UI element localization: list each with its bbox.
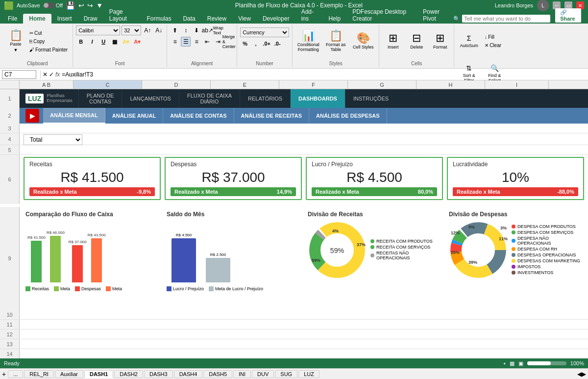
expand-formula-icon[interactable]: ✕ xyxy=(43,71,48,78)
tab-page-layout[interactable]: Page Layout xyxy=(103,7,141,24)
comma-button[interactable]: , xyxy=(251,39,261,49)
paste-button[interactable]: 📋 Paste ▼ xyxy=(5,25,26,57)
sheet-tab-dash4[interactable]: DASH4 xyxy=(174,370,203,378)
tab-power-pivot[interactable]: Power Pivot xyxy=(417,7,453,24)
align-right-button[interactable]: ≡ xyxy=(192,37,201,47)
format-painter-button[interactable]: 🖌 Format Painter xyxy=(27,46,70,53)
sheet-tab-rel-ri[interactable]: REL_RI xyxy=(24,370,54,378)
nav-lancamentos[interactable]: LANÇAMENTOS xyxy=(122,89,179,108)
sheet-tab-ini[interactable]: INI xyxy=(233,370,251,378)
decrease-decimal-button[interactable]: .0- xyxy=(272,39,282,49)
cut-button[interactable]: ✂ Cut xyxy=(27,29,70,37)
border-button[interactable]: ▦ xyxy=(110,37,120,47)
nav-dashboards[interactable]: DASHBOARDS xyxy=(290,89,345,108)
tab-review[interactable]: Review xyxy=(201,14,232,24)
card-despesas-badge-label: Realizado x Meta xyxy=(174,189,218,195)
confirm-formula-icon[interactable]: ✓ xyxy=(49,71,54,78)
cell-styles-button[interactable]: 🎨 Cell Styles xyxy=(350,25,376,57)
sheet-tab-prev[interactable]: ... xyxy=(8,370,23,378)
tab-draw[interactable]: Draw xyxy=(78,14,103,24)
nav-relatorios[interactable]: RELATÓRIOS xyxy=(240,89,290,108)
view-page-break-icon[interactable]: ▣ xyxy=(518,360,523,367)
format-button[interactable]: ⊞ Format xyxy=(429,25,451,57)
insert-button[interactable]: ⊞ Insert xyxy=(382,25,404,57)
sheet-tab-auxiliar[interactable]: Auxiliar xyxy=(55,370,83,378)
align-center-button[interactable]: ☰ xyxy=(181,37,191,47)
sheet-tab-dash2[interactable]: DASH2 xyxy=(114,370,143,378)
formula-input[interactable] xyxy=(62,71,586,78)
wrap-text-button[interactable]: Wrap Text xyxy=(213,25,223,35)
sheet-tab-sug[interactable]: SUG xyxy=(275,370,297,378)
play-button[interactable]: ▶ xyxy=(25,109,39,123)
sheet-tab-luz[interactable]: LUZ xyxy=(298,370,319,378)
autosave-toggle[interactable]: Off xyxy=(43,2,63,8)
sub-tab-analise-despesas[interactable]: ANÁLISE DE DESPESAS xyxy=(309,108,387,124)
conditional-formatting-button[interactable]: 📊 Conditional Formatting xyxy=(295,25,321,57)
filter-select[interactable]: Total xyxy=(24,134,82,145)
sheet-tab-dash3[interactable]: DASH3 xyxy=(144,370,173,378)
view-page-layout-icon[interactable]: ▦ xyxy=(510,360,514,367)
decrease-indent-button[interactable]: ⇤ xyxy=(202,37,212,47)
orientation-button[interactable]: ab↗ xyxy=(202,25,212,35)
delete-button[interactable]: ⊟ Delete xyxy=(406,25,427,57)
tab-pdfescape[interactable]: PDFescape Desktop Creator xyxy=(346,7,417,24)
add-sheet-button[interactable]: + xyxy=(2,370,6,378)
tab-home[interactable]: Home xyxy=(23,14,51,24)
tab-help[interactable]: Help xyxy=(322,14,346,24)
align-left-button[interactable]: ≡ xyxy=(170,37,180,47)
legend-desp-nao-op: DESPESA NÃO OPERACIONAIS xyxy=(512,236,582,246)
nav-plano-de-contas[interactable]: PLANO DECONTAS xyxy=(78,89,122,108)
font-color-button[interactable]: A▾ xyxy=(132,37,142,47)
redo-icon[interactable]: ↪ xyxy=(87,1,93,9)
sub-tab-analise-anual[interactable]: ANÁLISE ANUAL xyxy=(105,108,163,124)
increase-decimal-button[interactable]: .0+ xyxy=(262,39,271,49)
font-name-select[interactable]: Calibri xyxy=(76,25,120,35)
fill-button[interactable]: ↓ Fill xyxy=(483,33,503,41)
save-icon[interactable]: 💾 xyxy=(66,1,75,10)
merge-center-button[interactable]: Merge & Center xyxy=(224,37,234,47)
increase-font-button[interactable]: A↑ xyxy=(143,25,152,35)
align-middle-button[interactable]: ↕ xyxy=(181,25,191,35)
font-size-select[interactable]: 32 xyxy=(122,25,141,35)
tab-view[interactable]: View xyxy=(232,14,257,24)
share-button[interactable]: 🔗 Share xyxy=(550,8,586,23)
increase-indent-button[interactable]: ⇥ xyxy=(213,37,223,47)
name-box[interactable] xyxy=(2,70,36,79)
autosum-button[interactable]: Σ AutoSum xyxy=(457,25,481,57)
nav-instrucoes[interactable]: INSTRUÇÕES xyxy=(345,89,396,108)
sub-tab-analise-contas[interactable]: ANÁLISE DE CONTAS xyxy=(163,108,234,124)
tell-me-input[interactable] xyxy=(462,15,550,23)
zoom-slider[interactable] xyxy=(527,361,566,365)
tab-formulas[interactable]: Formulas xyxy=(141,14,177,24)
tab-insert[interactable]: Insert xyxy=(51,14,78,24)
sheet-tab-dash5[interactable]: DASH5 xyxy=(203,370,232,378)
sheet-tab-duv[interactable]: DUV xyxy=(252,370,274,378)
view-normal-icon[interactable]: ▪ xyxy=(504,360,506,366)
sheet-tab-dash1[interactable]: DASH1 xyxy=(84,370,113,378)
scroll-left-icon[interactable]: ◀ xyxy=(577,371,582,378)
fill-color-button[interactable]: A▾ xyxy=(121,37,131,47)
decrease-font-button[interactable]: A↓ xyxy=(154,25,164,35)
italic-button[interactable]: I xyxy=(87,37,97,47)
percent-button[interactable]: % xyxy=(240,39,250,49)
sub-tab-analise-receitas[interactable]: ANÁLISE DE RECEITAS xyxy=(234,108,309,124)
sub-tab-analise-mensal[interactable]: ANÁLISE MENSAL xyxy=(43,108,105,124)
align-top-button[interactable]: ⬆ xyxy=(170,25,180,35)
customize-qat-icon[interactable]: ▼ xyxy=(96,1,103,9)
tab-add-ins[interactable]: Add-ins xyxy=(295,7,323,24)
underline-button[interactable]: U xyxy=(98,37,108,47)
align-bottom-button[interactable]: ⬇ xyxy=(192,25,201,35)
format-icon: ⊞ xyxy=(436,33,444,44)
bold-button[interactable]: B xyxy=(76,37,86,47)
tab-data[interactable]: Data xyxy=(177,14,201,24)
copy-button[interactable]: ⎘ Copy xyxy=(27,38,70,45)
scroll-right-icon[interactable]: ▶ xyxy=(582,371,586,378)
search-bar[interactable]: 🔍 xyxy=(453,15,550,23)
undo-icon[interactable]: ↩ xyxy=(78,1,84,9)
clear-button[interactable]: ✕ Clear xyxy=(483,42,503,49)
tab-file[interactable]: File xyxy=(2,14,23,24)
tab-developer[interactable]: Developer xyxy=(257,14,295,24)
number-format-select[interactable]: Currency xyxy=(240,27,289,37)
nav-fluxo-caixa[interactable]: FLUXO DE CAIXADIÁRIO xyxy=(179,89,240,108)
format-table-button[interactable]: 📋 Format as Table xyxy=(323,25,348,57)
